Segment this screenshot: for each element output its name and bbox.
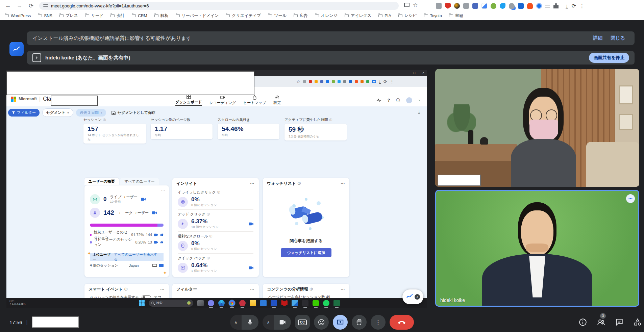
save-segment-button[interactable]: セグメントとして保存 [112, 110, 155, 115]
extension-icon[interactable] [315, 80, 318, 83]
flame-extension-icon[interactable] [454, 3, 460, 9]
feedback-icon[interactable]: ⓘ [396, 98, 400, 103]
add-watchlist-button[interactable]: ウォッチリストに追加 [281, 248, 331, 257]
extension-icon[interactable] [366, 80, 369, 83]
info-icon[interactable]: ⓘ [329, 118, 332, 122]
chrome-menu-icon[interactable]: ⋮ [579, 3, 585, 9]
tab-recordings[interactable]: レコーディング [209, 95, 236, 105]
info-icon[interactable]: ⓘ [207, 256, 210, 260]
participants-button[interactable]: 3 [597, 318, 605, 327]
speaker-video-tile[interactable]: hideki koike ⋯ [435, 190, 639, 307]
microphone-button[interactable]: ∧ [230, 315, 258, 330]
maximize-icon[interactable]: □ [413, 71, 415, 75]
bookmark-folder[interactable]: オレンジ [315, 13, 338, 19]
minimize-icon[interactable]: — [404, 71, 407, 75]
info-icon[interactable]: ⓘ [124, 287, 127, 291]
tab-user-overview[interactable]: ユーザーの概要 [84, 178, 119, 185]
panel-menu-icon[interactable]: ⋯ [250, 181, 255, 186]
info-icon[interactable]: ⓘ [209, 234, 212, 238]
person-help-extension-icon[interactable] [509, 3, 515, 9]
show-all-users-link[interactable]: すべてのユーザーを表示する [114, 252, 161, 262]
end-call-button[interactable] [390, 315, 414, 330]
close-window-icon[interactable]: × [422, 71, 424, 75]
chat-icon[interactable] [615, 318, 624, 327]
panel-menu-icon[interactable]: ⋯ [160, 287, 165, 292]
asterisk-extension-icon[interactable] [518, 3, 524, 9]
bookmark-folder[interactable]: クリエイティブ [226, 13, 261, 19]
extension-icon[interactable] [303, 80, 306, 83]
tab-dashboard[interactable]: ダッシュボード [175, 95, 202, 106]
account-avatar[interactable] [406, 97, 412, 103]
info-icon[interactable]: ⓘ [217, 190, 220, 195]
extension-icon[interactable] [355, 80, 358, 83]
date-range-dropdown[interactable]: 過去 3 日間∨ [76, 109, 106, 117]
orange-figure-extension-icon[interactable] [527, 3, 533, 9]
bookmark-folder[interactable]: 広告 [294, 13, 308, 19]
code-extension-icon[interactable] [463, 3, 469, 9]
translate-extension-icon[interactable] [481, 3, 487, 9]
extensions-puzzle-icon[interactable] [553, 3, 559, 8]
file-explorer-icon[interactable] [250, 300, 256, 306]
task-view-icon[interactable] [197, 300, 204, 306]
taskbar-search-box[interactable]: 検索 [149, 300, 193, 307]
twitter-extension-icon[interactable] [500, 3, 505, 9]
line-icon[interactable] [313, 300, 319, 306]
close-banner-button[interactable]: 閉じる [606, 33, 629, 43]
meet-extension-icon[interactable] [9, 42, 24, 56]
details-button[interactable]: 詳細 [589, 33, 606, 43]
photos-icon[interactable] [292, 300, 298, 306]
play-recordings-icon[interactable] [154, 233, 158, 236]
cast-icon[interactable] [372, 80, 376, 83]
activities-icon[interactable] [633, 318, 642, 327]
ms-store-icon[interactable] [260, 300, 267, 306]
captions-button[interactable]: CC [295, 315, 310, 330]
url-text[interactable]: meet.google.com/ndo-vwez-kfe?pli=1&authu… [51, 3, 149, 8]
bookmark-folder[interactable]: レシピ [398, 13, 417, 19]
panel-menu-icon[interactable]: ⋯ [250, 287, 255, 292]
line-works-icon[interactable] [271, 300, 277, 306]
export-icon[interactable]: ↓ [418, 109, 420, 113]
screenshot-extension-icon[interactable] [436, 3, 442, 9]
help-icon[interactable]: ? [388, 98, 390, 103]
segment-dropdown[interactable]: セグメント∨ [42, 108, 73, 117]
extension-icon[interactable] [343, 80, 346, 83]
card-extension-icon[interactable] [472, 3, 478, 9]
sync-icon[interactable]: ⟳ [383, 79, 387, 84]
extension-icon[interactable] [332, 80, 335, 83]
music-app-icon[interactable] [239, 300, 246, 306]
site-settings-icon[interactable] [43, 4, 48, 7]
bookmark-folder[interactable]: Toyota [424, 14, 442, 18]
winamp-icon[interactable] [302, 300, 308, 306]
reading-list-icon[interactable] [545, 5, 550, 7]
tile-options-icon[interactable]: ⋯ [626, 194, 635, 203]
bookmark-folder[interactable]: 解析 [154, 13, 169, 19]
mcafee-icon[interactable] [281, 300, 288, 306]
forward-icon[interactable]: → [15, 1, 24, 10]
download-icon[interactable]: ↓ [566, 3, 568, 8]
presentation-controls-pill[interactable]: ∧ [402, 289, 423, 304]
extension-icon[interactable] [320, 80, 323, 83]
bookmark-folder[interactable]: サーバー・ドメイン [176, 13, 219, 19]
live-extension-icon[interactable] [376, 98, 381, 102]
info-icon[interactable]: ⓘ [310, 287, 313, 291]
account-chevron-icon[interactable]: ∨ [418, 99, 421, 102]
bookmark-folder[interactable]: SNS [38, 14, 52, 18]
filter-button[interactable]: フィルター [8, 109, 40, 117]
start-button[interactable] [139, 300, 145, 306]
thumbs-up-icon[interactable] [160, 233, 164, 236]
teams-icon[interactable] [208, 300, 214, 306]
weather-widget[interactable]: 27°C くもりのち晴れ [9, 300, 26, 305]
tab-heatmaps[interactable]: ヒートマップ [243, 95, 266, 105]
bookmark-folder[interactable]: プレス [59, 13, 78, 19]
participant-video-tile[interactable] [435, 69, 639, 187]
bookmark-folder[interactable]: ツール [268, 13, 287, 19]
spotify-icon[interactable] [323, 300, 329, 306]
play-recordings-icon[interactable] [249, 222, 253, 226]
extension-icon[interactable] [349, 80, 352, 83]
sync-icon[interactable]: ⟳ [572, 3, 576, 9]
play-recordings-icon[interactable] [152, 211, 157, 214]
edge-icon[interactable] [218, 300, 225, 306]
bookmark-star-icon[interactable]: ☆ [296, 79, 300, 84]
blue-circle-extension-icon[interactable] [536, 3, 542, 9]
chrome-icon[interactable] [229, 300, 235, 306]
